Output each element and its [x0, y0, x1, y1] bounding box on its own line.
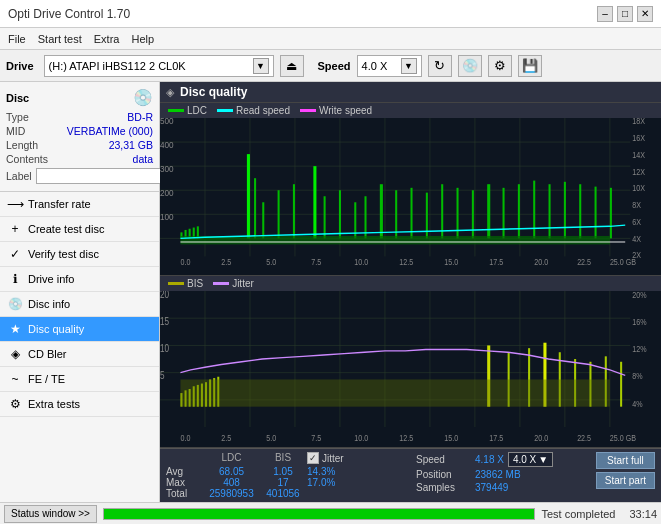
disc-label-input[interactable]	[36, 168, 169, 184]
chart-header-icon: ◈	[166, 86, 174, 99]
status-window-button[interactable]: Status window >>	[4, 505, 97, 523]
drive-dropdown-arrow[interactable]: ▼	[253, 58, 269, 74]
sidebar-item-verify-test-disc[interactable]: ✓ Verify test disc	[0, 242, 159, 267]
chart-title: Disc quality	[180, 85, 247, 99]
body-area: Disc 💿 Type BD-R MID VERBATIMe (000) Len…	[0, 82, 661, 502]
legend-jitter: Jitter	[213, 278, 254, 289]
svg-rect-57	[579, 184, 581, 238]
sidebar-item-extra-tests[interactable]: ⚙ Extra tests	[0, 392, 159, 417]
legend-read-speed-label: Read speed	[236, 105, 290, 116]
menu-start-test[interactable]: Start test	[38, 33, 82, 45]
disc-type-label: Type	[6, 111, 29, 123]
disc-panel: Disc 💿 Type BD-R MID VERBATIMe (000) Len…	[0, 82, 159, 192]
sidebar-item-create-test-disc[interactable]: + Create test disc	[0, 217, 159, 242]
sidebar-item-cd-bler[interactable]: ◈ CD Bler	[0, 342, 159, 367]
position-label: Position	[416, 469, 471, 480]
stat-jitter-avg: 14.3%	[307, 466, 335, 477]
svg-rect-38	[293, 184, 295, 238]
svg-text:5.0: 5.0	[266, 257, 277, 267]
minimize-button[interactable]: –	[597, 6, 613, 22]
stat-avg-label: Avg	[166, 466, 200, 477]
progress-bar-fill	[104, 509, 535, 519]
top-chart: 500 400 300 200 100 18X 16X 14X 12X 10X …	[160, 118, 661, 276]
svg-text:8%: 8%	[632, 370, 643, 381]
window-controls: – □ ✕	[597, 6, 653, 22]
toolbar: Drive (H:) ATAPI iHBS112 2 CL0K ▼ ⏏ Spee…	[0, 50, 661, 82]
svg-text:14X: 14X	[632, 150, 645, 160]
svg-rect-113	[620, 361, 622, 406]
speed-dropdown-arrow: ▼	[538, 454, 548, 465]
disc-contents-label: Contents	[6, 153, 48, 165]
start-full-button[interactable]: Start full	[596, 452, 655, 469]
svg-rect-114	[180, 379, 609, 406]
menu-help[interactable]: Help	[131, 33, 154, 45]
speed-value: 4.18 X	[475, 454, 504, 465]
svg-text:12X: 12X	[632, 167, 645, 177]
svg-rect-59	[610, 188, 612, 239]
legend-write-speed: Write speed	[300, 105, 372, 116]
svg-text:25.0 GB: 25.0 GB	[610, 431, 637, 442]
svg-rect-34	[247, 154, 250, 238]
svg-rect-39	[313, 166, 316, 238]
svg-rect-55	[549, 184, 551, 238]
jitter-line	[180, 349, 625, 375]
refresh-button[interactable]: ↻	[428, 55, 452, 77]
content-area: ◈ Disc quality LDC Read speed Write spee…	[160, 82, 661, 502]
svg-rect-41	[339, 190, 341, 238]
samples-label: Samples	[416, 482, 471, 493]
close-button[interactable]: ✕	[637, 6, 653, 22]
stats-bar: LDC BIS ✓ Jitter Avg 68.05 1.05	[160, 448, 661, 502]
svg-rect-36	[262, 202, 264, 238]
legend-write-speed-color	[300, 109, 316, 112]
stat-bis-total: 401056	[263, 488, 303, 499]
svg-rect-43	[364, 196, 366, 238]
svg-text:15.0: 15.0	[444, 257, 459, 267]
svg-text:300: 300	[160, 164, 174, 175]
disc-icon-button[interactable]: 💿	[458, 55, 482, 77]
bottom-chart-svg: 20 15 10 5 20% 16% 12% 8% 4%	[160, 291, 661, 448]
sidebar-item-fe-te[interactable]: ~ FE / TE	[0, 367, 159, 392]
disc-quality-icon: ★	[8, 322, 22, 336]
svg-rect-52	[503, 188, 505, 239]
create-test-disc-icon: +	[8, 222, 22, 236]
drive-select[interactable]: (H:) ATAPI iHBS112 2 CL0K ▼	[44, 55, 274, 77]
save-button[interactable]: 💾	[518, 55, 542, 77]
svg-text:10: 10	[160, 342, 169, 354]
speed-select[interactable]: 4.0 X ▼	[357, 55, 422, 77]
maximize-button[interactable]: □	[617, 6, 633, 22]
sidebar-nav: ⟶ Transfer rate + Create test disc ✓ Ver…	[0, 192, 159, 502]
svg-text:20: 20	[160, 291, 169, 300]
app-title: Opti Drive Control 1.70	[8, 7, 130, 21]
eject-button[interactable]: ⏏	[280, 55, 304, 77]
menu-file[interactable]: File	[8, 33, 26, 45]
transfer-rate-icon: ⟶	[8, 197, 22, 211]
jitter-label: Jitter	[322, 453, 344, 464]
settings-button[interactable]: ⚙	[488, 55, 512, 77]
legend-read-speed: Read speed	[217, 105, 290, 116]
svg-text:16X: 16X	[632, 133, 645, 143]
menu-extra[interactable]: Extra	[94, 33, 120, 45]
disc-mid-value: VERBATIMe (000)	[67, 125, 153, 137]
legend-read-speed-color	[217, 109, 233, 112]
svg-text:100: 100	[160, 212, 174, 223]
sidebar-item-transfer-rate[interactable]: ⟶ Transfer rate	[0, 192, 159, 217]
svg-text:22.5: 22.5	[577, 431, 591, 442]
svg-text:16%: 16%	[632, 315, 647, 326]
svg-text:8X: 8X	[632, 201, 641, 211]
start-part-button[interactable]: Start part	[596, 472, 655, 489]
speed-dropdown-arrow[interactable]: ▼	[401, 58, 417, 74]
jitter-checkbox[interactable]: ✓	[307, 452, 319, 464]
stat-ldc-max: 408	[204, 477, 259, 488]
svg-text:17.5: 17.5	[489, 431, 503, 442]
statusbar: Status window >> Test completed 33:14	[0, 502, 661, 524]
sidebar-item-disc-quality[interactable]: ★ Disc quality	[0, 317, 159, 342]
verify-test-disc-icon: ✓	[8, 247, 22, 261]
speed-dropdown[interactable]: 4.0 X ▼	[508, 452, 553, 467]
svg-text:20.0: 20.0	[534, 257, 549, 267]
sidebar-item-drive-info[interactable]: ℹ Drive info	[0, 267, 159, 292]
svg-rect-35	[254, 178, 256, 238]
sidebar-item-disc-info[interactable]: 💿 Disc info	[0, 292, 159, 317]
disc-length-value: 23,31 GB	[109, 139, 153, 151]
svg-rect-46	[411, 188, 413, 239]
status-text: Test completed	[541, 508, 615, 520]
